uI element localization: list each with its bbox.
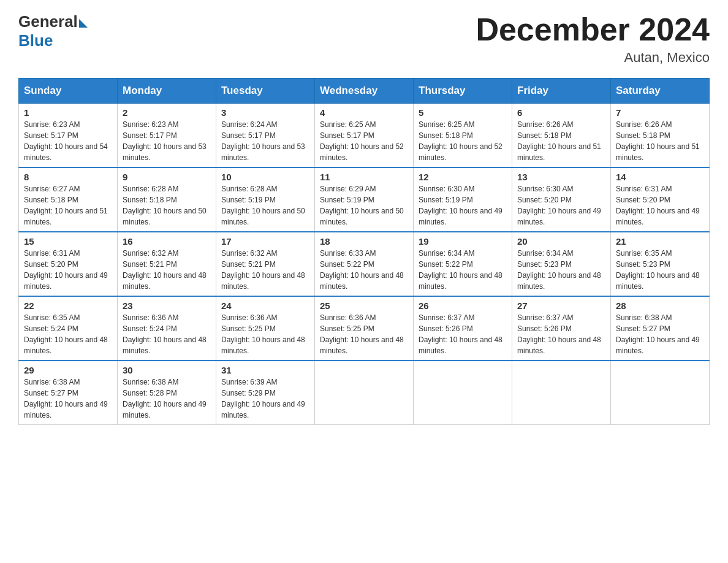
day-number: 11 bbox=[320, 172, 408, 182]
calendar-cell: 30 Sunrise: 6:38 AMSunset: 5:28 PMDaylig… bbox=[118, 361, 216, 425]
month-title: December 2024 bbox=[476, 12, 710, 47]
day-detail: Sunrise: 6:36 AMSunset: 5:25 PMDaylight:… bbox=[221, 312, 309, 356]
calendar-cell: 13 Sunrise: 6:30 AMSunset: 5:20 PMDaylig… bbox=[512, 167, 611, 232]
calendar-cell: 5 Sunrise: 6:25 AMSunset: 5:18 PMDayligh… bbox=[414, 104, 512, 168]
day-number: 24 bbox=[221, 301, 309, 311]
calendar-cell: 9 Sunrise: 6:28 AMSunset: 5:18 PMDayligh… bbox=[118, 167, 216, 232]
calendar-cell: 1 Sunrise: 6:23 AMSunset: 5:17 PMDayligh… bbox=[19, 104, 118, 168]
day-number: 28 bbox=[616, 301, 704, 311]
calendar-week-row: 29 Sunrise: 6:38 AMSunset: 5:27 PMDaylig… bbox=[19, 361, 710, 425]
calendar-cell bbox=[414, 361, 512, 425]
calendar-cell: 10 Sunrise: 6:28 AMSunset: 5:19 PMDaylig… bbox=[216, 167, 315, 232]
title-block: December 2024 Autan, Mexico bbox=[476, 12, 710, 66]
calendar-cell: 27 Sunrise: 6:37 AMSunset: 5:26 PMDaylig… bbox=[512, 296, 611, 361]
day-number: 1 bbox=[24, 107, 112, 118]
calendar-cell: 4 Sunrise: 6:25 AMSunset: 5:17 PMDayligh… bbox=[315, 104, 414, 168]
calendar-cell: 21 Sunrise: 6:35 AMSunset: 5:23 PMDaylig… bbox=[611, 232, 710, 296]
day-detail: Sunrise: 6:34 AMSunset: 5:23 PMDaylight:… bbox=[517, 248, 605, 292]
column-header-thursday: Thursday bbox=[414, 79, 512, 104]
calendar-cell bbox=[512, 361, 611, 425]
day-detail: Sunrise: 6:32 AMSunset: 5:21 PMDaylight:… bbox=[123, 248, 211, 292]
day-detail: Sunrise: 6:26 AMSunset: 5:18 PMDaylight:… bbox=[517, 119, 605, 163]
day-number: 8 bbox=[24, 172, 112, 182]
calendar-week-row: 1 Sunrise: 6:23 AMSunset: 5:17 PMDayligh… bbox=[19, 104, 710, 168]
day-detail: Sunrise: 6:23 AMSunset: 5:17 PMDaylight:… bbox=[24, 119, 112, 163]
calendar-cell: 16 Sunrise: 6:32 AMSunset: 5:21 PMDaylig… bbox=[118, 232, 216, 296]
day-detail: Sunrise: 6:30 AMSunset: 5:20 PMDaylight:… bbox=[517, 183, 605, 228]
day-detail: Sunrise: 6:39 AMSunset: 5:29 PMDaylight:… bbox=[221, 377, 309, 421]
day-detail: Sunrise: 6:30 AMSunset: 5:19 PMDaylight:… bbox=[419, 183, 507, 228]
day-number: 29 bbox=[24, 365, 112, 375]
day-detail: Sunrise: 6:36 AMSunset: 5:24 PMDaylight:… bbox=[123, 312, 211, 356]
calendar-week-row: 15 Sunrise: 6:31 AMSunset: 5:20 PMDaylig… bbox=[19, 232, 710, 296]
day-number: 27 bbox=[517, 301, 605, 311]
calendar-cell: 17 Sunrise: 6:32 AMSunset: 5:21 PMDaylig… bbox=[216, 232, 315, 296]
calendar-week-row: 8 Sunrise: 6:27 AMSunset: 5:18 PMDayligh… bbox=[19, 167, 710, 232]
day-number: 26 bbox=[419, 301, 507, 311]
day-number: 20 bbox=[517, 236, 605, 247]
day-detail: Sunrise: 6:37 AMSunset: 5:26 PMDaylight:… bbox=[517, 312, 605, 356]
calendar-cell: 11 Sunrise: 6:29 AMSunset: 5:19 PMDaylig… bbox=[315, 167, 414, 232]
calendar-cell bbox=[315, 361, 414, 425]
day-number: 10 bbox=[221, 172, 309, 182]
calendar-cell: 22 Sunrise: 6:35 AMSunset: 5:24 PMDaylig… bbox=[19, 296, 118, 361]
column-header-sunday: Sunday bbox=[19, 79, 118, 104]
column-header-wednesday: Wednesday bbox=[315, 79, 414, 104]
location-label: Autan, Mexico bbox=[476, 50, 710, 66]
calendar-cell: 18 Sunrise: 6:33 AMSunset: 5:22 PMDaylig… bbox=[315, 232, 414, 296]
day-number: 23 bbox=[123, 301, 211, 311]
logo-blue-text: Blue bbox=[18, 31, 53, 50]
calendar-cell: 6 Sunrise: 6:26 AMSunset: 5:18 PMDayligh… bbox=[512, 104, 611, 168]
day-detail: Sunrise: 6:29 AMSunset: 5:19 PMDaylight:… bbox=[320, 183, 408, 228]
day-number: 15 bbox=[24, 236, 112, 247]
calendar-cell: 31 Sunrise: 6:39 AMSunset: 5:29 PMDaylig… bbox=[216, 361, 315, 425]
calendar-cell: 24 Sunrise: 6:36 AMSunset: 5:25 PMDaylig… bbox=[216, 296, 315, 361]
day-detail: Sunrise: 6:27 AMSunset: 5:18 PMDaylight:… bbox=[24, 183, 112, 228]
column-header-friday: Friday bbox=[512, 79, 611, 104]
day-detail: Sunrise: 6:38 AMSunset: 5:27 PMDaylight:… bbox=[616, 312, 704, 356]
calendar-cell: 20 Sunrise: 6:34 AMSunset: 5:23 PMDaylig… bbox=[512, 232, 611, 296]
column-header-monday: Monday bbox=[118, 79, 216, 104]
day-detail: Sunrise: 6:28 AMSunset: 5:18 PMDaylight:… bbox=[123, 183, 211, 228]
calendar-cell: 2 Sunrise: 6:23 AMSunset: 5:17 PMDayligh… bbox=[118, 104, 216, 168]
day-number: 2 bbox=[123, 107, 211, 118]
day-number: 18 bbox=[320, 236, 408, 247]
calendar-cell: 25 Sunrise: 6:36 AMSunset: 5:25 PMDaylig… bbox=[315, 296, 414, 361]
day-detail: Sunrise: 6:35 AMSunset: 5:24 PMDaylight:… bbox=[24, 312, 112, 356]
day-number: 14 bbox=[616, 172, 704, 182]
day-detail: Sunrise: 6:32 AMSunset: 5:21 PMDaylight:… bbox=[221, 248, 309, 292]
day-detail: Sunrise: 6:25 AMSunset: 5:17 PMDaylight:… bbox=[320, 119, 408, 163]
logo: General Blue bbox=[18, 12, 88, 50]
day-detail: Sunrise: 6:33 AMSunset: 5:22 PMDaylight:… bbox=[320, 248, 408, 292]
day-detail: Sunrise: 6:26 AMSunset: 5:18 PMDaylight:… bbox=[616, 119, 704, 163]
day-number: 6 bbox=[517, 107, 605, 118]
logo-general-text: General bbox=[18, 12, 78, 31]
day-detail: Sunrise: 6:34 AMSunset: 5:22 PMDaylight:… bbox=[419, 248, 507, 292]
calendar-cell: 29 Sunrise: 6:38 AMSunset: 5:27 PMDaylig… bbox=[19, 361, 118, 425]
day-number: 31 bbox=[221, 365, 309, 375]
page-header: General Blue December 2024 Autan, Mexico bbox=[18, 12, 710, 66]
day-detail: Sunrise: 6:23 AMSunset: 5:17 PMDaylight:… bbox=[123, 119, 211, 163]
day-detail: Sunrise: 6:31 AMSunset: 5:20 PMDaylight:… bbox=[24, 248, 112, 292]
calendar-cell: 8 Sunrise: 6:27 AMSunset: 5:18 PMDayligh… bbox=[19, 167, 118, 232]
column-header-tuesday: Tuesday bbox=[216, 79, 315, 104]
day-number: 7 bbox=[616, 107, 704, 118]
calendar-cell: 12 Sunrise: 6:30 AMSunset: 5:19 PMDaylig… bbox=[414, 167, 512, 232]
day-detail: Sunrise: 6:37 AMSunset: 5:26 PMDaylight:… bbox=[419, 312, 507, 356]
day-number: 12 bbox=[419, 172, 507, 182]
day-detail: Sunrise: 6:25 AMSunset: 5:18 PMDaylight:… bbox=[419, 119, 507, 163]
day-detail: Sunrise: 6:31 AMSunset: 5:20 PMDaylight:… bbox=[616, 183, 704, 228]
day-number: 3 bbox=[221, 107, 309, 118]
logo-arrow-icon bbox=[79, 19, 88, 28]
calendar-cell: 28 Sunrise: 6:38 AMSunset: 5:27 PMDaylig… bbox=[611, 296, 710, 361]
day-detail: Sunrise: 6:24 AMSunset: 5:17 PMDaylight:… bbox=[221, 119, 309, 163]
day-number: 13 bbox=[517, 172, 605, 182]
day-number: 16 bbox=[123, 236, 211, 247]
calendar-cell: 7 Sunrise: 6:26 AMSunset: 5:18 PMDayligh… bbox=[611, 104, 710, 168]
day-number: 22 bbox=[24, 301, 112, 311]
calendar-cell: 3 Sunrise: 6:24 AMSunset: 5:17 PMDayligh… bbox=[216, 104, 315, 168]
calendar-cell: 14 Sunrise: 6:31 AMSunset: 5:20 PMDaylig… bbox=[611, 167, 710, 232]
calendar-cell: 23 Sunrise: 6:36 AMSunset: 5:24 PMDaylig… bbox=[118, 296, 216, 361]
calendar-cell: 26 Sunrise: 6:37 AMSunset: 5:26 PMDaylig… bbox=[414, 296, 512, 361]
day-detail: Sunrise: 6:28 AMSunset: 5:19 PMDaylight:… bbox=[221, 183, 309, 228]
